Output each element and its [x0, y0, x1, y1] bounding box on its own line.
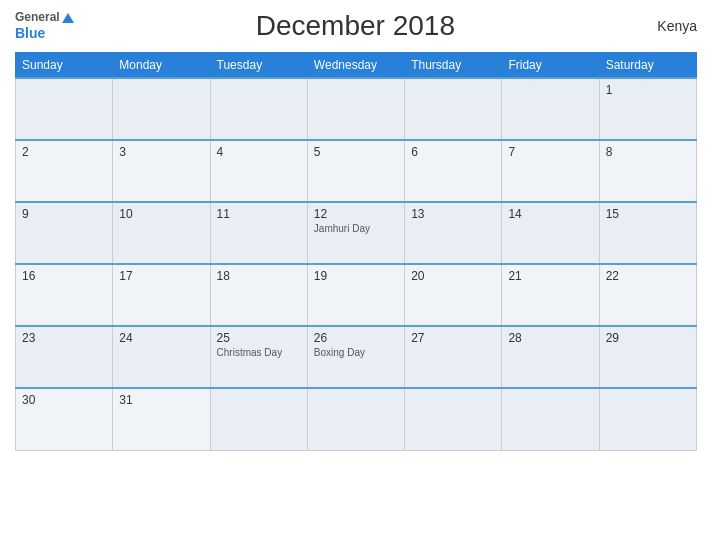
- cell-date-number: 15: [606, 207, 690, 221]
- calendar-cell: [502, 78, 599, 140]
- day-header-wednesday: Wednesday: [307, 53, 404, 79]
- cell-date-number: 9: [22, 207, 106, 221]
- cell-date-number: 14: [508, 207, 592, 221]
- calendar-cell: 29: [599, 326, 696, 388]
- calendar-cell: 3: [113, 140, 210, 202]
- calendar-cell: 15: [599, 202, 696, 264]
- cell-date-number: 8: [606, 145, 690, 159]
- cell-date-number: 3: [119, 145, 203, 159]
- calendar-header: SundayMondayTuesdayWednesdayThursdayFrid…: [16, 53, 697, 79]
- cell-date-number: 27: [411, 331, 495, 345]
- cell-date-number: 13: [411, 207, 495, 221]
- cell-date-number: 19: [314, 269, 398, 283]
- country-label: Kenya: [637, 18, 697, 34]
- header: General Blue December 2018 Kenya: [15, 10, 697, 42]
- cell-date-number: 12: [314, 207, 398, 221]
- calendar-cell: [502, 388, 599, 450]
- calendar-cell: 27: [405, 326, 502, 388]
- cell-date-number: 7: [508, 145, 592, 159]
- logo: General Blue: [15, 10, 74, 41]
- calendar-cell: 22: [599, 264, 696, 326]
- cell-date-number: 22: [606, 269, 690, 283]
- calendar-cell: 18: [210, 264, 307, 326]
- cell-date-number: 26: [314, 331, 398, 345]
- calendar-cell: [307, 388, 404, 450]
- cell-date-number: 31: [119, 393, 203, 407]
- cell-date-number: 10: [119, 207, 203, 221]
- calendar-cell: 24: [113, 326, 210, 388]
- calendar-cell: 23: [16, 326, 113, 388]
- calendar-cell: [405, 388, 502, 450]
- day-header-friday: Friday: [502, 53, 599, 79]
- cell-date-number: 21: [508, 269, 592, 283]
- calendar-cell: 4: [210, 140, 307, 202]
- cell-date-number: 23: [22, 331, 106, 345]
- cell-date-number: 24: [119, 331, 203, 345]
- calendar-cell: 2: [16, 140, 113, 202]
- cell-date-number: 17: [119, 269, 203, 283]
- calendar-cell: [405, 78, 502, 140]
- calendar-cell: 14: [502, 202, 599, 264]
- cell-date-number: 28: [508, 331, 592, 345]
- calendar-table: SundayMondayTuesdayWednesdayThursdayFrid…: [15, 52, 697, 451]
- cell-date-number: 2: [22, 145, 106, 159]
- calendar-cell: [307, 78, 404, 140]
- calendar-cell: [16, 78, 113, 140]
- calendar-cell: 5: [307, 140, 404, 202]
- logo-blue-text: Blue: [15, 25, 74, 42]
- calendar-cell: [210, 78, 307, 140]
- cell-date-number: 1: [606, 83, 690, 97]
- day-header-sunday: Sunday: [16, 53, 113, 79]
- day-header-thursday: Thursday: [405, 53, 502, 79]
- calendar-cell: 28: [502, 326, 599, 388]
- calendar-cell: 6: [405, 140, 502, 202]
- cell-date-number: 16: [22, 269, 106, 283]
- logo-triangle-icon: [62, 13, 74, 23]
- logo-general-text: General: [15, 10, 74, 24]
- calendar-cell: 25Christmas Day: [210, 326, 307, 388]
- calendar-title: December 2018: [74, 10, 637, 42]
- cell-date-number: 20: [411, 269, 495, 283]
- calendar-cell: 13: [405, 202, 502, 264]
- calendar-cell: 21: [502, 264, 599, 326]
- calendar-cell: 1: [599, 78, 696, 140]
- cell-date-number: 29: [606, 331, 690, 345]
- calendar-cell: 20: [405, 264, 502, 326]
- calendar-week-row: 1: [16, 78, 697, 140]
- calendar-cell: 10: [113, 202, 210, 264]
- calendar-cell: 9: [16, 202, 113, 264]
- day-header-tuesday: Tuesday: [210, 53, 307, 79]
- cell-date-number: 5: [314, 145, 398, 159]
- calendar-week-row: 3031: [16, 388, 697, 450]
- cell-event-label: Boxing Day: [314, 347, 398, 358]
- calendar-week-row: 16171819202122: [16, 264, 697, 326]
- calendar-cell: 11: [210, 202, 307, 264]
- calendar-cell: 30: [16, 388, 113, 450]
- cell-date-number: 25: [217, 331, 301, 345]
- calendar-cell: 7: [502, 140, 599, 202]
- calendar-cell: 8: [599, 140, 696, 202]
- day-header-monday: Monday: [113, 53, 210, 79]
- cell-date-number: 18: [217, 269, 301, 283]
- calendar-cell: [599, 388, 696, 450]
- cell-event-label: Christmas Day: [217, 347, 301, 358]
- cell-date-number: 4: [217, 145, 301, 159]
- calendar-cell: 31: [113, 388, 210, 450]
- calendar-cell: 19: [307, 264, 404, 326]
- day-header-saturday: Saturday: [599, 53, 696, 79]
- day-header-row: SundayMondayTuesdayWednesdayThursdayFrid…: [16, 53, 697, 79]
- calendar-body: 123456789101112Jamhuri Day13141516171819…: [16, 78, 697, 450]
- calendar-page: General Blue December 2018 Kenya SundayM…: [0, 0, 712, 550]
- calendar-cell: 12Jamhuri Day: [307, 202, 404, 264]
- calendar-cell: [210, 388, 307, 450]
- calendar-cell: 16: [16, 264, 113, 326]
- calendar-cell: 17: [113, 264, 210, 326]
- calendar-cell: [113, 78, 210, 140]
- calendar-week-row: 232425Christmas Day26Boxing Day272829: [16, 326, 697, 388]
- cell-event-label: Jamhuri Day: [314, 223, 398, 234]
- cell-date-number: 6: [411, 145, 495, 159]
- cell-date-number: 11: [217, 207, 301, 221]
- calendar-week-row: 2345678: [16, 140, 697, 202]
- calendar-week-row: 9101112Jamhuri Day131415: [16, 202, 697, 264]
- calendar-cell: 26Boxing Day: [307, 326, 404, 388]
